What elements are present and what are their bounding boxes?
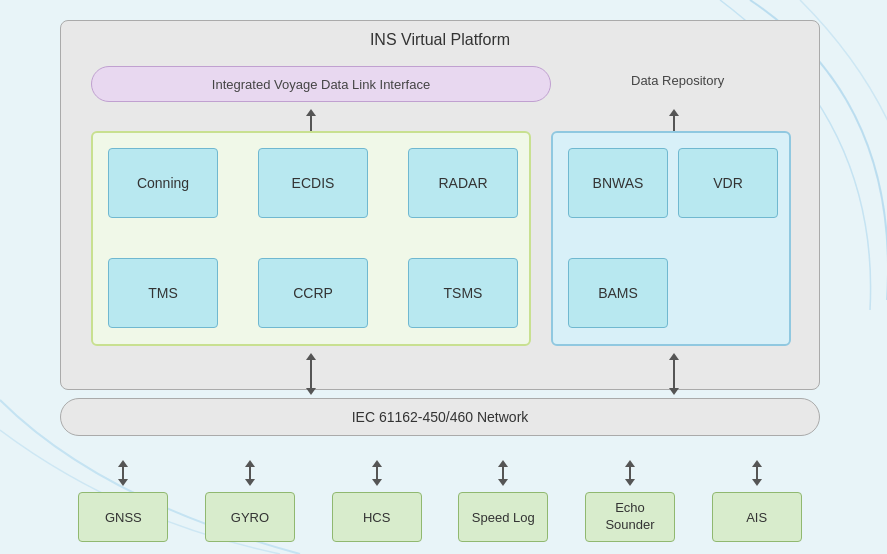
sensor-item-ais: AIS xyxy=(712,460,802,542)
arrowhead-down-hcs xyxy=(372,479,382,486)
data-link-bar: Integrated Voyage Data Link Interface xyxy=(91,66,551,102)
arrow-line-speed-log xyxy=(502,467,504,479)
arrow-echo-sounder xyxy=(625,460,635,486)
echo-sounder-box: Echo Sounder xyxy=(585,492,675,542)
arrow-ais xyxy=(752,460,762,486)
tsms-box: TSMS xyxy=(408,258,518,328)
arrow-gnss xyxy=(118,460,128,486)
arrow-gyro xyxy=(245,460,255,486)
tms-label: TMS xyxy=(148,285,178,301)
gyro-box: GYRO xyxy=(205,492,295,542)
bnwas-box: BNWAS xyxy=(568,148,668,218)
conning-label: Conning xyxy=(137,175,189,191)
ais-box: AIS xyxy=(712,492,802,542)
arrowhead-up-bottom-left xyxy=(306,353,316,360)
ins-platform-box: INS Virtual Platform Integrated Voyage D… xyxy=(60,20,820,390)
vdr-box: VDR xyxy=(678,148,778,218)
radar-label: RADAR xyxy=(438,175,487,191)
sensor-item-hcs: HCS xyxy=(332,460,422,542)
arrow-speed-log xyxy=(498,460,508,486)
sensors-section: GNSS GYRO HCS Speed Log xyxy=(60,460,820,542)
arrowhead-up-gnss xyxy=(118,460,128,467)
gnss-label: GNSS xyxy=(105,510,142,525)
arrowhead-up-right xyxy=(669,109,679,116)
hcs-label: HCS xyxy=(363,510,390,525)
arrow-line-echo-sounder xyxy=(629,467,631,479)
bams-box: BAMS xyxy=(568,258,668,328)
arrow-line-bottom-right xyxy=(673,360,675,388)
conning-box: Conning xyxy=(108,148,218,218)
arrow-line-ais xyxy=(756,467,758,479)
arrowhead-down-bottom-right xyxy=(669,388,679,395)
data-repository-label: Data Repository xyxy=(631,73,724,88)
arrowhead-up-ais xyxy=(752,460,762,467)
arrowhead-down-speed-log xyxy=(498,479,508,486)
sensor-item-echo-sounder: Echo Sounder xyxy=(585,460,675,542)
arrowhead-down-gnss xyxy=(118,479,128,486)
sensor-item-gyro: GYRO xyxy=(205,460,295,542)
tsms-label: TSMS xyxy=(444,285,483,301)
arrowhead-up-bottom-right xyxy=(669,353,679,360)
vdr-label: VDR xyxy=(713,175,743,191)
tms-box: TMS xyxy=(108,258,218,328)
bnwas-label: BNWAS xyxy=(593,175,644,191)
arrowhead-up-left xyxy=(306,109,316,116)
arrowhead-up-gyro xyxy=(245,460,255,467)
arrowhead-down-ais xyxy=(752,479,762,486)
arrowhead-up-echo-sounder xyxy=(625,460,635,467)
navigation-systems-box: Conning ECDIS RADAR TMS CCRP TSMS xyxy=(91,131,531,346)
arrow-bluebox-to-iec xyxy=(669,353,679,395)
iec-network-label: IEC 61162-450/460 Network xyxy=(352,409,529,425)
ecdis-box: ECDIS xyxy=(258,148,368,218)
hcs-box: HCS xyxy=(332,492,422,542)
arrow-line-hcs xyxy=(376,467,378,479)
bams-label: BAMS xyxy=(598,285,638,301)
radar-box: RADAR xyxy=(408,148,518,218)
arrow-greenbox-to-iec xyxy=(306,353,316,395)
arrowhead-up-hcs xyxy=(372,460,382,467)
arrowhead-down-bottom-left xyxy=(306,388,316,395)
ais-label: AIS xyxy=(746,510,767,525)
iec-network-bar: IEC 61162-450/460 Network xyxy=(60,398,820,436)
ins-platform-container: INS Virtual Platform Integrated Voyage D… xyxy=(60,20,820,390)
arrow-line-gnss xyxy=(122,467,124,479)
gyro-label: GYRO xyxy=(231,510,269,525)
arrow-hcs xyxy=(372,460,382,486)
safety-systems-box: BNWAS VDR BAMS xyxy=(551,131,791,346)
arrowhead-down-echo-sounder xyxy=(625,479,635,486)
ccrp-box: CCRP xyxy=(258,258,368,328)
sensor-item-speed-log: Speed Log xyxy=(458,460,548,542)
ins-platform-title: INS Virtual Platform xyxy=(61,31,819,49)
data-link-label: Integrated Voyage Data Link Interface xyxy=(212,77,430,92)
echo-sounder-label: Echo Sounder xyxy=(605,500,654,534)
sensor-item-gnss: GNSS xyxy=(78,460,168,542)
speed-log-label: Speed Log xyxy=(472,510,535,525)
arrow-line-gyro xyxy=(249,467,251,479)
arrow-line-bottom-left xyxy=(310,360,312,388)
ecdis-label: ECDIS xyxy=(292,175,335,191)
speed-log-box: Speed Log xyxy=(458,492,548,542)
gnss-box: GNSS xyxy=(78,492,168,542)
arrowhead-up-speed-log xyxy=(498,460,508,467)
arrowhead-down-gyro xyxy=(245,479,255,486)
ccrp-label: CCRP xyxy=(293,285,333,301)
